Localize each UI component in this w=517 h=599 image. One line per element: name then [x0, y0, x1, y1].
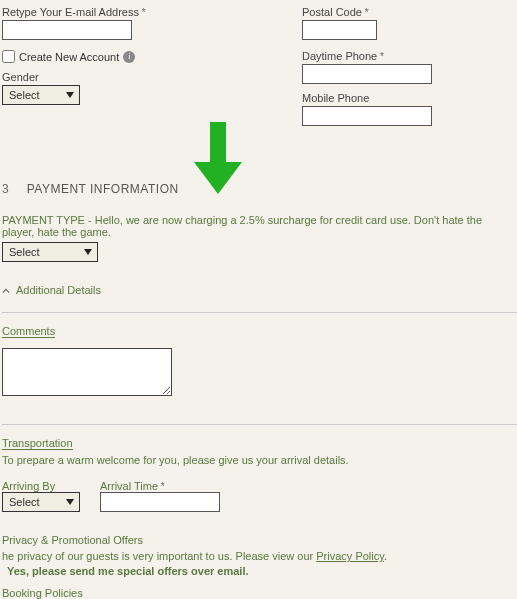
chevron-down-icon: [65, 90, 75, 100]
offers-checkbox-label: Yes, please send me special offers over …: [7, 565, 249, 577]
chevron-up-icon[interactable]: [2, 287, 10, 295]
gender-label: Gender: [2, 71, 39, 83]
divider: [2, 312, 517, 313]
mobile-phone-input[interactable]: [302, 106, 432, 126]
retype-email-input[interactable]: [2, 20, 132, 40]
privacy-text-a: he privacy of our guests is very importa…: [2, 550, 316, 562]
comments-textarea[interactable]: [2, 348, 172, 396]
info-icon[interactable]: i: [123, 51, 135, 63]
arrival-time-label: Arrival Time: [100, 480, 165, 492]
daytime-phone-label: Daytime Phone: [302, 50, 384, 62]
mobile-phone-label: Mobile Phone: [302, 92, 369, 104]
booking-policies-title: Booking Policies: [2, 587, 517, 599]
arrival-time-input[interactable]: [100, 492, 220, 512]
svg-marker-0: [66, 92, 74, 98]
svg-marker-3: [84, 249, 92, 255]
svg-rect-1: [210, 122, 226, 166]
payment-type-note: PAYMENT TYPE - Hello, we are now chargin…: [2, 214, 517, 238]
additional-details-title[interactable]: Additional Details: [16, 284, 101, 296]
chevron-down-icon: [65, 497, 75, 507]
payment-type-select-value: Select: [9, 246, 40, 258]
payment-type-select[interactable]: Select: [2, 242, 98, 262]
gender-select-value: Select: [9, 89, 40, 101]
gender-select[interactable]: Select: [2, 85, 80, 105]
comments-label: Comments: [2, 325, 55, 338]
arriving-by-select-value: Select: [9, 496, 40, 508]
chevron-down-icon: [83, 247, 93, 257]
section-number: 3: [2, 182, 9, 196]
privacy-title: Privacy & Promotional Offers: [2, 534, 517, 546]
section-title-payment: PAYMENT INFORMATION: [27, 182, 179, 196]
transportation-note: To prepare a warm welcome for you, pleas…: [2, 454, 517, 466]
transportation-title: Transportation: [2, 437, 73, 450]
retype-email-label: Retype Your E-mail Address: [2, 6, 146, 18]
arriving-by-select[interactable]: Select: [2, 492, 80, 512]
svg-marker-4: [66, 499, 74, 505]
postal-code-input[interactable]: [302, 20, 377, 40]
arriving-by-label: Arriving By: [2, 480, 55, 492]
privacy-policy-link[interactable]: Privacy Policy: [316, 550, 384, 562]
divider: [2, 424, 517, 425]
create-account-label: Create New Account: [19, 51, 119, 63]
create-account-checkbox[interactable]: [2, 50, 15, 63]
postal-code-label: Postal Code: [302, 6, 369, 18]
privacy-text-b: .: [384, 550, 387, 562]
daytime-phone-input[interactable]: [302, 64, 432, 84]
